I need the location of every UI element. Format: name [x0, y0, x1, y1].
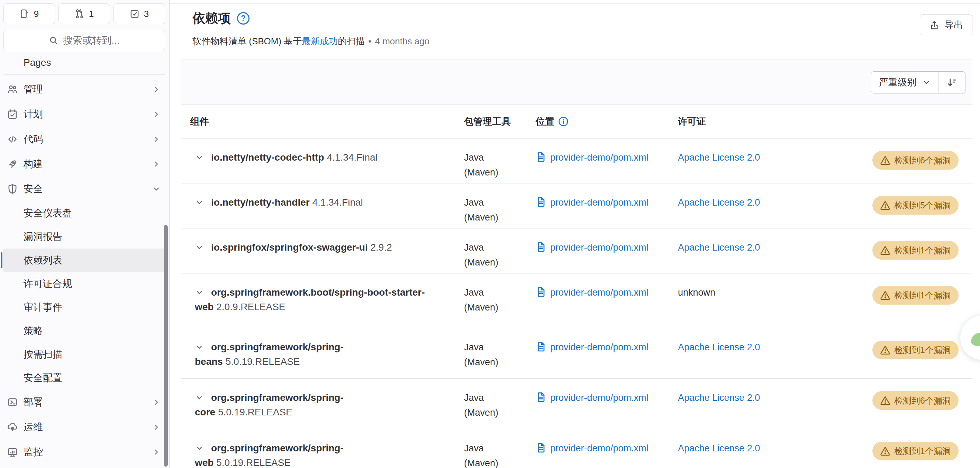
- location-cell: provider-demo/pom.xml: [526, 138, 666, 183]
- vulnerability-badge[interactable]: 检测到6个漏洞: [872, 151, 959, 170]
- license-link[interactable]: Apache License 2.0: [678, 393, 760, 403]
- merge-request-icon: [75, 9, 84, 19]
- dependency-table: 组件 包管理工具 位置 许可证 io.netty/netty-codec-htt…: [181, 105, 972, 468]
- users-icon: [4, 84, 21, 94]
- package-manager-cell: Java (Maven): [455, 228, 526, 273]
- location-link[interactable]: provider-demo/pom.xml: [536, 197, 666, 209]
- vulnerability-badge[interactable]: 检测到1个漏洞: [872, 442, 959, 460]
- license-link[interactable]: Apache License 2.0: [678, 197, 760, 208]
- export-button[interactable]: 导出: [920, 14, 972, 35]
- vulnerability-badge[interactable]: 检测到5个漏洞: [872, 196, 959, 215]
- document-icon: [536, 392, 546, 402]
- page-subtitle: 软件物料清单 (SBOM) 基于最新成功的扫描•4 months ago: [192, 35, 430, 48]
- package-manager-cell: Java (Maven): [455, 328, 526, 378]
- search-placeholder: 搜索或转到...: [63, 34, 119, 47]
- expand-chevron-icon[interactable]: [195, 198, 205, 207]
- sidebar-item-deploy[interactable]: 部署: [3, 390, 167, 415]
- license-link[interactable]: Apache License 2.0: [678, 342, 760, 352]
- chevron-right-icon: [152, 447, 161, 457]
- sort-direction-button[interactable]: [939, 72, 965, 93]
- document-icon: [536, 197, 546, 207]
- sidebar-item-operate[interactable]: 运维: [3, 415, 167, 439]
- sidebar-scrollbar[interactable]: [164, 225, 168, 466]
- sidebar-item-code[interactable]: 代码: [3, 127, 167, 151]
- table-row: io.springfox/springfox-swagger-ui 2.9.2 …: [181, 228, 972, 274]
- warning-icon: [880, 446, 890, 456]
- sidebar-item-label: 许可证合规: [24, 277, 72, 290]
- severity-filter-dropdown[interactable]: 严重级别: [871, 72, 939, 93]
- vulnerability-cell: 检测到1个漏洞: [841, 228, 972, 273]
- chevron-right-icon: [152, 135, 161, 144]
- component-cell: io.netty/netty-codec-http 4.1.34.Final: [181, 138, 455, 183]
- latest-scan-link[interactable]: 最新成功: [302, 36, 338, 46]
- sidebar-item-label: 管理: [24, 83, 43, 96]
- search-input[interactable]: 搜索或转到...: [3, 30, 165, 51]
- sidebar-item-dependency-list[interactable]: 依赖列表: [3, 248, 167, 272]
- code-icon: [4, 134, 21, 144]
- warning-icon: [880, 200, 890, 210]
- sidebar-item-license-compliance[interactable]: 许可证合规: [3, 272, 167, 296]
- sidebar-item-pages[interactable]: Pages: [3, 52, 167, 73]
- sidebar-item-label: 按需扫描: [24, 348, 62, 361]
- package-manager-cell: Java (Maven): [455, 183, 526, 228]
- todos-count: 3: [144, 9, 149, 19]
- active-indicator: [1, 252, 2, 268]
- table-row: org.springframework/spring-web 5.0.19.RE…: [181, 429, 972, 468]
- sidebar-item-label: 部署: [24, 396, 43, 409]
- location-link[interactable]: provider-demo/pom.xml: [536, 443, 666, 454]
- chevron-right-icon: [152, 85, 161, 94]
- location-link[interactable]: provider-demo/pom.xml: [536, 242, 666, 253]
- expand-chevron-icon[interactable]: [195, 444, 205, 453]
- sidebar-item-audit-events[interactable]: 审计事件: [3, 296, 167, 319]
- todos-shortcut-button[interactable]: 3: [113, 3, 165, 24]
- license-link[interactable]: Apache License 2.0: [678, 443, 760, 454]
- sidebar-item-label: 审计事件: [24, 301, 62, 314]
- component-cell: org.springframework.boot/spring-boot-sta…: [181, 274, 455, 328]
- package-manager-cell: Java (Maven): [455, 138, 526, 183]
- sidebar-item-on-demand-scans[interactable]: 按需扫描: [3, 343, 167, 366]
- expand-chevron-icon[interactable]: [195, 288, 205, 297]
- component-name: io.springfox/springfox-swagger-ui: [211, 242, 368, 253]
- license-cell: Apache License 2.0: [666, 183, 841, 228]
- sidebar-item-build[interactable]: 构建: [3, 151, 167, 177]
- issues-count: 9: [34, 9, 39, 19]
- page-title: 依赖项: [192, 10, 231, 27]
- sidebar-item-security-dashboard[interactable]: 安全仪表盘: [3, 201, 167, 225]
- sidebar-item-security-configuration[interactable]: 安全配置: [3, 366, 167, 390]
- vulnerability-cell: 检测到1个漏洞: [841, 274, 972, 328]
- location-link[interactable]: provider-demo/pom.xml: [536, 287, 666, 298]
- scan-timestamp: 4 months ago: [375, 36, 430, 46]
- location-link[interactable]: provider-demo/pom.xml: [536, 151, 666, 163]
- sidebar-item-label: 运维: [24, 420, 43, 434]
- info-icon[interactable]: [558, 116, 568, 127]
- subtitle-separator: •: [368, 36, 371, 46]
- sidebar-item-policies[interactable]: 策略: [3, 319, 167, 343]
- sidebar-item-monitor[interactable]: 监控: [3, 439, 167, 465]
- vulnerability-badge[interactable]: 检测到1个漏洞: [872, 241, 959, 259]
- merge-requests-shortcut-button[interactable]: 1: [59, 3, 110, 24]
- sidebar-nav: 管理 计划 代码 构建: [0, 77, 169, 465]
- expand-chevron-icon[interactable]: [195, 153, 205, 162]
- location-link[interactable]: provider-demo/pom.xml: [536, 392, 666, 404]
- sidebar-item-label: 安全配置: [24, 371, 62, 385]
- issues-shortcut-button[interactable]: 9: [3, 3, 55, 24]
- expand-chevron-icon[interactable]: [195, 393, 205, 402]
- filter-toolbar: 严重级别: [181, 59, 972, 105]
- sidebar-item-vulnerability-report[interactable]: 漏洞报告: [3, 225, 167, 248]
- help-icon[interactable]: ?: [237, 12, 250, 25]
- merge-requests-count: 1: [89, 9, 94, 19]
- document-icon: [536, 151, 546, 162]
- license-link[interactable]: Apache License 2.0: [678, 152, 760, 163]
- document-icon: [536, 443, 546, 453]
- expand-chevron-icon[interactable]: [195, 343, 205, 352]
- vulnerability-badge[interactable]: 检测到1个漏洞: [872, 341, 959, 359]
- sidebar-item-plan[interactable]: 计划: [3, 102, 167, 127]
- export-icon: [929, 20, 940, 30]
- vulnerability-badge[interactable]: 检测到1个漏洞: [872, 286, 959, 305]
- vulnerability-badge[interactable]: 检测到6个漏洞: [872, 391, 959, 410]
- sidebar-item-secure[interactable]: 安全: [3, 177, 167, 201]
- license-link[interactable]: Apache License 2.0: [678, 242, 760, 253]
- location-link[interactable]: provider-demo/pom.xml: [536, 341, 666, 353]
- sidebar-item-manage[interactable]: 管理: [3, 77, 167, 102]
- expand-chevron-icon[interactable]: [195, 243, 205, 252]
